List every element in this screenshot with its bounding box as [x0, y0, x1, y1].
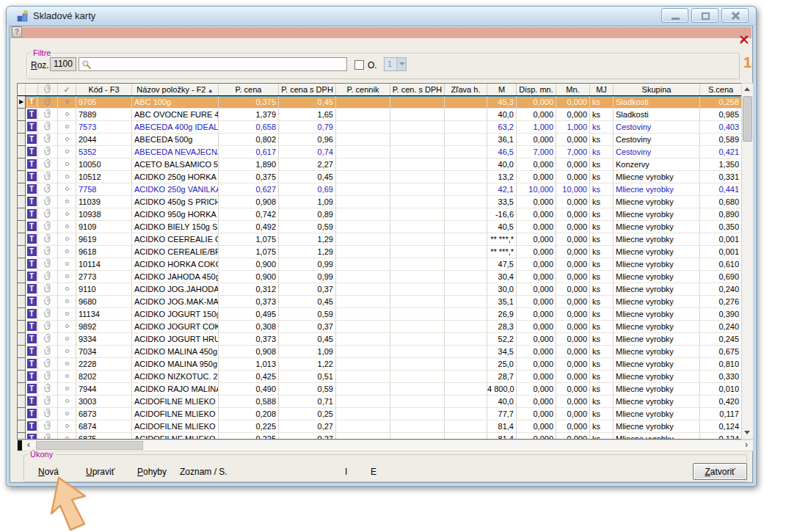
column-header-disp[interactable]: Disp. mn.	[517, 84, 556, 95]
action-button-i[interactable]: I	[345, 467, 347, 477]
minimize-button[interactable]	[661, 8, 688, 23]
cell-sc: 0,890	[700, 208, 741, 221]
row-selector	[18, 146, 26, 158]
search-input[interactable]	[92, 58, 345, 70]
table-row[interactable]: T7889ABC OVOCNE FURE 400g1,3791,6540,00,…	[18, 109, 741, 121]
table-row[interactable]: T7034ACIDKO MALINA 450g RA0,9081,0934,50…	[18, 346, 741, 358]
column-header-kod[interactable]: Kód - F3	[76, 84, 132, 95]
table-row[interactable]: T10938ACIDKO 950g HORKA CO0,7420,89-16,6…	[18, 208, 741, 221]
column-header-mj[interactable]: MJ	[590, 84, 614, 95]
cell-sk: Mliecne vyrobky	[614, 420, 700, 433]
cell-kod: 7758	[76, 183, 132, 196]
table-row[interactable]: T11134ACIDKO JOGURT 150g BIE0,4950,5926,…	[18, 308, 741, 321]
scroll-left-button[interactable]: ‹	[23, 440, 34, 451]
cell-check	[58, 383, 76, 396]
arrow-up-icon	[744, 87, 750, 91]
table-row[interactable]: T11039ACIDKO 450g S PRICHUTO0,9081,0933,…	[18, 196, 741, 208]
table-row[interactable]: T6875ACIDOFILNE MLIEKO 180g0,2250,2781,4…	[18, 433, 741, 439]
table-row[interactable]: T9680ACIDKO JOG.MAK-MANDI0,3730,4535,10,…	[18, 296, 741, 308]
action-button-upravi[interactable]: Upraviť	[86, 467, 114, 477]
type-badge: T	[27, 134, 37, 144]
app-window: Skladové karty ? 1 Filtre Roz. 1100	[6, 6, 757, 487]
cell-pc: 0,588	[219, 396, 279, 408]
table-row[interactable]: T9892ACIDKO JOGURT COKOLA0,3080,3728,30,…	[18, 321, 741, 333]
vertical-scroll-thumb[interactable]	[743, 96, 752, 142]
table-row-selected[interactable]: ▶T9705ABC 100g0,3750,4545,30,0000,000ksS…	[18, 96, 741, 109]
horizontal-scroll-thumb[interactable]	[36, 441, 143, 450]
paperclip-icon	[44, 158, 52, 168]
cell-pcd: 2,27	[279, 158, 336, 171]
cell-pcsd	[390, 271, 445, 283]
table-row[interactable]: T7944ACIDKO RAJO MALINA 250,4900,594 800…	[18, 383, 741, 396]
cell-zl	[445, 308, 487, 321]
column-header-pcd[interactable]: P. cena s DPH	[279, 84, 336, 95]
action-button-pohyby[interactable]: Pohyby	[137, 467, 167, 477]
column-header-pcsd[interactable]: P. cen. s DPH	[390, 84, 445, 95]
cell-pcsd	[390, 221, 445, 233]
table-row[interactable]: T9618ACIDKO CEREALIE/BRUSN1,0751,29** **…	[18, 246, 741, 258]
column-header-nazov[interactable]: Názov položky - F2 ▲	[132, 84, 219, 95]
cell-kod: 11039	[76, 196, 132, 208]
table-row[interactable]: T9334ACIDKO JOGURT HRUSKA0,3730,4552,20,…	[18, 333, 741, 346]
table-row[interactable]: T6873ACIDOFILNE MLIEKO 1,5%0,2080,2577,7…	[18, 408, 741, 420]
roz-field[interactable]: 1100	[50, 57, 76, 71]
cell-mn: 0,000	[556, 433, 590, 439]
row-selector	[18, 246, 26, 258]
column-header-sc[interactable]: S.cena	[700, 84, 742, 95]
close-window-button[interactable]	[721, 8, 749, 23]
action-button-zoznam-s[interactable]: Zoznam / S.	[180, 467, 228, 477]
vertical-scrollbar[interactable]	[741, 83, 754, 440]
table-row[interactable]: T10050ACETO BALSAMICO 500m1,8902,2740,00…	[18, 158, 741, 171]
cell-pcd: 1,29	[279, 246, 336, 258]
table-row[interactable]: T3003ACIDOFILNE MLIEKO PLN0,5880,7140,00…	[18, 396, 741, 408]
cell-zl	[445, 271, 487, 283]
table-row[interactable]: T7573ABECEDA 400g IDEAL0,6580,7963,21,00…	[18, 121, 741, 134]
table-row[interactable]: T9109ACIDKO BIELY 150g S CO0,4920,5940,5…	[18, 221, 741, 233]
table-body: ▶T9705ABC 100g0,3750,4545,30,0000,000ksS…	[18, 96, 741, 439]
cell-pcd: 0,37	[279, 321, 336, 333]
table-row[interactable]: T9110ACIDKO JOG.JAHODA 130,3120,3730,00,…	[18, 283, 741, 296]
cell-m: 26,9	[487, 308, 517, 321]
action-button-nov[interactable]: Nová	[38, 467, 59, 477]
type-badge: T	[27, 371, 37, 381]
scroll-up-button[interactable]	[742, 84, 753, 95]
close-button[interactable]: Zatvoriť	[693, 463, 747, 480]
column-header-mn[interactable]: Mn.	[556, 84, 590, 95]
column-header-zl[interactable]: Zľava h.	[445, 84, 487, 95]
action-button-e[interactable]: E	[371, 467, 376, 477]
cell-mj: ks	[590, 346, 614, 358]
column-header-pc[interactable]: P. cena	[219, 84, 279, 95]
column-header-pcen[interactable]: P. cennik	[336, 84, 390, 95]
column-header-m[interactable]: M	[487, 84, 517, 95]
clear-filter-icon[interactable]	[738, 34, 750, 45]
table-row[interactable]: T2044ABECEDA 500g0,8020,9636,10,0000,000…	[18, 134, 741, 146]
help-button[interactable]: ?	[12, 26, 22, 37]
cell-zl	[445, 146, 487, 158]
table-row[interactable]: T10114ACIDKO HORKA COKOLA0,9000,9947,50,…	[18, 258, 741, 271]
count-dropdown[interactable]: 1	[384, 57, 407, 71]
table-row[interactable]: T10512ACIDKO 250g HORKA CO0,3750,4513,20…	[18, 171, 741, 183]
scroll-right-button[interactable]: ›	[740, 440, 752, 451]
o-checkbox[interactable]	[354, 60, 364, 70]
status-circle-icon	[65, 200, 69, 203]
column-header-sk[interactable]: Skupina	[614, 84, 700, 95]
table-row[interactable]: T9619ACIDKO CEEREALIE COCO1,0751,29** **…	[18, 233, 741, 246]
table-row[interactable]: T2773ACIDKO JAHODA 450g0,9000,9930,40,00…	[18, 271, 741, 283]
cell-kod: 10050	[76, 158, 132, 171]
table-row[interactable]: T6874ACIDOFILNE MLIEKO 180g0,2250,2781,4…	[18, 420, 741, 433]
column-header-check-icon[interactable]: ✓	[58, 84, 76, 95]
cell-clip	[38, 171, 58, 183]
table-row[interactable]: T2228ACIDKO MALINA 950g1,0131,2225,00,00…	[18, 358, 741, 371]
cell-mj: ks	[590, 358, 614, 371]
horizontal-scrollbar[interactable]: ‹ ›	[17, 440, 754, 451]
table-row[interactable]: T5352ABECEDA NEVAJECNA 4(0,6170,7446,57,…	[18, 146, 741, 158]
table-row[interactable]: T8202ACIDKO NIZKOTUC. 250g0,4250,5128,70…	[18, 371, 741, 383]
column-header-clip[interactable]	[38, 84, 58, 95]
cell-kod: 2044	[76, 134, 132, 146]
table-row[interactable]: T7758ACIDKO 250g VANILKA0,6270,6942,110,…	[18, 183, 741, 196]
maximize-button[interactable]	[691, 8, 718, 23]
cell-mj: ks	[590, 333, 614, 346]
scroll-down-button[interactable]	[742, 427, 753, 439]
cell-sc: 0,330	[700, 371, 741, 383]
window-titlebar[interactable]: Skladové karty	[7, 7, 756, 26]
